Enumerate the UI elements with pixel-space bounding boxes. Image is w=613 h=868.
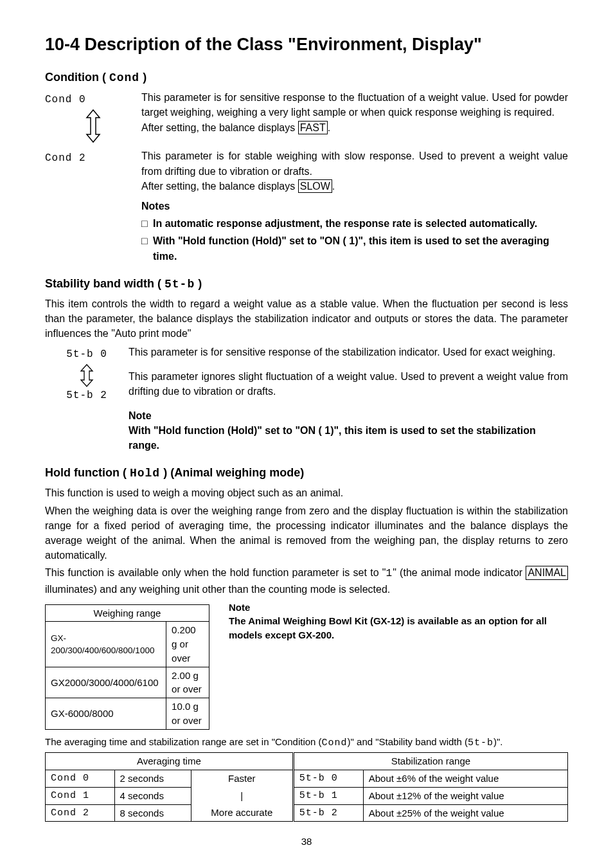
avg-s2: About ±12% of the weight value xyxy=(363,787,567,804)
avg-seg2: 5t-b xyxy=(468,737,493,748)
slow-box: SLOW xyxy=(298,179,332,193)
stability-intro: This item controls the width to regard a… xyxy=(45,296,568,341)
hold-p3-a: This function is available only when the… xyxy=(45,567,386,578)
stab2-label: 5t-b 2 xyxy=(66,390,107,401)
avg-c3: More accurate xyxy=(191,804,293,822)
heading-seg: 5t-b xyxy=(164,278,195,291)
condition-heading: Condition ( Cond ) xyxy=(45,69,568,86)
note-title: Note xyxy=(229,601,568,615)
heading-post: ) xyxy=(195,277,202,290)
avg-c1: Cond 2 xyxy=(46,804,115,822)
updown-arrow-icon xyxy=(79,364,94,387)
table-row: Cond 1 4 seconds | 5t-b 1 About ±12% of … xyxy=(46,787,568,804)
avg-sentence: The averaging time and stabilization ran… xyxy=(45,735,568,750)
avg-c: )". xyxy=(493,736,503,747)
cond2-text-b-post: . xyxy=(332,181,335,192)
averaging-table: Averaging time Stabilization range Cond … xyxy=(45,752,568,822)
cond0-row: Cond 0 This parameter is for sensitive r… xyxy=(45,90,568,143)
wr-header: Weighing range xyxy=(46,604,209,622)
hold-p3-c: illuminates) and any weighing unit other… xyxy=(45,584,390,595)
avg-left-header: Averaging time xyxy=(46,753,294,770)
avg-a: The averaging time and stabilization ran… xyxy=(45,736,322,747)
table-row: Cond 2 8 seconds More accurate 5t-b 2 Ab… xyxy=(46,804,568,822)
avg-s2: About ±6% of the weight value xyxy=(363,770,567,788)
table-row: Cond 0 2 seconds Faster 5t-b 0 About ±6%… xyxy=(46,770,568,788)
cond2-text-b-pre: After setting, the balance displays xyxy=(141,181,298,192)
table-row: GX2000/3000/4000/61002.00 g or over xyxy=(46,667,209,698)
cond0-label: Cond 0 xyxy=(45,94,86,105)
animal-box: ANIMAL xyxy=(526,566,568,579)
note-item: □With "Hold function (Hold)" set to "ON … xyxy=(141,233,568,263)
heading-seg: Cond xyxy=(109,71,139,84)
stab-note: Note With "Hold function (Hold)" set to … xyxy=(129,408,568,453)
cond0-text-b-post: . xyxy=(328,122,330,133)
page-number: 38 xyxy=(45,835,568,849)
heading-pre: Hold function ( xyxy=(45,466,130,479)
cond2-row: Cond 2 This parameter is for stable weig… xyxy=(45,149,568,194)
avg-c3: | xyxy=(191,787,293,804)
avg-c2: 4 seconds xyxy=(114,787,191,804)
heading-seg: Hold xyxy=(130,467,160,480)
note-body: The Animal Weighing Bowl Kit (GX-12) is … xyxy=(229,614,568,642)
hold-p2: When the weighing data is over the weigh… xyxy=(45,503,568,563)
avg-c1: Cond 1 xyxy=(46,787,115,804)
avg-s1: 5t-b 2 xyxy=(293,804,363,822)
hold-p3: This function is available only when the… xyxy=(45,565,568,596)
avg-c2: 8 seconds xyxy=(114,804,191,822)
updown-arrow-icon xyxy=(84,109,102,143)
note-item: □In automatic response adjustment, the r… xyxy=(141,216,568,231)
hold-p1: This function is used to weigh a moving … xyxy=(45,485,568,500)
cond-notes: Notes □In automatic response adjustment,… xyxy=(141,199,568,264)
avg-right-header: Stabilization range xyxy=(293,753,567,770)
avg-c3: Faster xyxy=(191,770,293,788)
avg-s1: 5t-b 0 xyxy=(293,770,363,788)
hold-p3-b: " (the animal mode indicator xyxy=(393,567,526,578)
note-text: In automatic response adjustment, the re… xyxy=(153,216,568,231)
stab0-text: This parameter is for sensitive response… xyxy=(129,345,568,359)
page-title: 10-4 Description of the Class "Environme… xyxy=(45,32,568,57)
fast-box: FAST xyxy=(298,121,328,134)
hold-heading: Hold function ( Hold ) (Animal weighing … xyxy=(45,464,568,482)
hold-p3-seg: 1 xyxy=(386,568,393,579)
note-text: With "Hold function (Hold)" set to "ON (… xyxy=(153,233,568,263)
heading-post: ) xyxy=(139,71,147,84)
wr-value: 0.200 g or over xyxy=(166,622,209,667)
wr-value: 10.0 g or over xyxy=(166,698,209,730)
stab0-label: 5t-b 0 xyxy=(66,348,107,360)
avg-seg1: Cond xyxy=(322,737,348,748)
table-row: GX-200/300/400/600/800/10000.200 g or ov… xyxy=(46,622,209,667)
cond0-text-a: This parameter is for sensitive response… xyxy=(141,92,568,118)
notes-title: Notes xyxy=(141,199,568,213)
weighing-range-table: Weighing range GX-200/300/400/600/800/10… xyxy=(45,604,209,730)
heading-pre: Condition ( xyxy=(45,71,109,84)
wr-model: GX-6000/8000 xyxy=(46,698,166,730)
wr-value: 2.00 g or over xyxy=(166,667,209,698)
wr-model: GX-200/300/400/600/800/1000 xyxy=(46,622,166,667)
heading-pre: Stability band width ( xyxy=(45,277,164,290)
stab-values: 5t-b 0 5t-b 2 This parameter is for sens… xyxy=(45,345,568,402)
table-row: GX-6000/800010.0 g or over xyxy=(46,698,209,730)
stability-heading: Stability band width ( 5t-b ) xyxy=(45,275,568,293)
cond2-text-a: This parameter is for stable weighing wi… xyxy=(141,150,568,176)
avg-c1: Cond 0 xyxy=(46,770,115,788)
wr-note: Note The Animal Weighing Bowl Kit (GX-12… xyxy=(229,601,568,642)
cond0-text-b-pre: After setting, the balance displays xyxy=(141,122,298,133)
note-title: Note xyxy=(129,408,568,423)
avg-s2: About ±25% of the weight value xyxy=(363,804,567,822)
heading-post: ) (Animal weighing mode) xyxy=(160,466,304,479)
avg-c2: 2 seconds xyxy=(114,770,191,788)
avg-s1: 5t-b 1 xyxy=(293,787,363,804)
stab2-text: This parameter ignores slight fluctuatio… xyxy=(129,369,568,399)
wr-model: GX2000/3000/4000/6100 xyxy=(46,667,166,698)
note-body: With "Hold function (Hold)" set to "ON (… xyxy=(129,423,568,453)
avg-b: )" and "Stability band width ( xyxy=(348,736,468,747)
cond2-label: Cond 2 xyxy=(45,152,86,164)
